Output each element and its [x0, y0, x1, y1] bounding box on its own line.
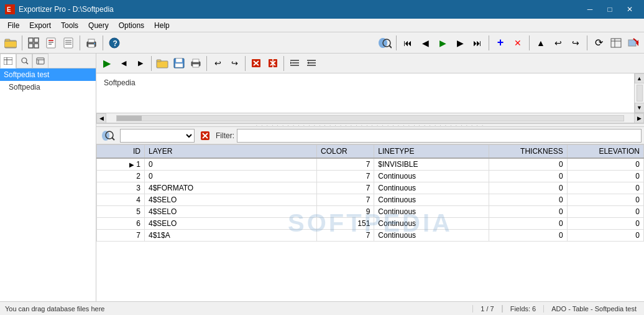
- search-db-button[interactable]: [377, 35, 393, 51]
- tab-views[interactable]: [32, 54, 48, 68]
- scroll-thumb-x: [117, 116, 142, 121]
- toolbar-main: ? ⏮ ◀ ▶ ▶ ⏭ + ✕ ▲ ↩ ↪ ⟳: [0, 32, 644, 54]
- filter-bar: Filter:: [96, 127, 644, 144]
- filter-search-button[interactable]: [99, 128, 117, 144]
- cell-color: 151: [317, 218, 374, 230]
- script-button[interactable]: [43, 35, 59, 51]
- table-row[interactable]: 207Continuous00: [97, 171, 644, 182]
- scroll-track-x: [116, 115, 624, 121]
- filter-clear-button[interactable]: [197, 128, 213, 144]
- outdent-button[interactable]: [303, 55, 320, 72]
- col-header-linetype[interactable]: LINETYPE: [374, 145, 489, 159]
- scroll-up-arrow[interactable]: ▲: [635, 73, 645, 83]
- scroll-left-arrow[interactable]: ◀: [96, 113, 106, 123]
- refresh-button[interactable]: ⟳: [591, 35, 607, 51]
- table-row[interactable]: 64$SELO151Continuous00: [97, 218, 644, 230]
- col-header-thickness[interactable]: THICKNESS: [489, 145, 568, 159]
- tab-tables[interactable]: [0, 54, 16, 68]
- svg-rect-46: [193, 59, 199, 62]
- menu-help[interactable]: Help: [149, 20, 175, 31]
- svg-rect-7: [29, 44, 33, 48]
- panel-tabs: [0, 54, 96, 68]
- scroll-right-arrow[interactable]: ▶: [634, 113, 644, 123]
- table-row[interactable]: 74$1$A7Continuous00: [97, 230, 644, 242]
- memo-scrollbar-y[interactable]: ▲ ▼: [634, 73, 644, 113]
- delete-record-button[interactable]: ✕: [510, 35, 526, 51]
- svg-point-20: [94, 43, 95, 44]
- cell-elevation: 0: [567, 182, 643, 194]
- nav-prev-button[interactable]: ◀: [417, 35, 433, 51]
- cell-layer: 0: [144, 158, 316, 171]
- sep4: [396, 35, 397, 50]
- nav-play-button[interactable]: ▶: [435, 35, 451, 51]
- svg-rect-18: [88, 39, 94, 42]
- cell-linetype: Continuous: [374, 194, 489, 206]
- table-row[interactable]: 34$FORMATO7Continuous00: [97, 182, 644, 194]
- memo-scrollbar-x[interactable]: ◀ ▶: [96, 113, 644, 123]
- fwd-nav-button[interactable]: ▶: [132, 55, 149, 72]
- nav-next-button[interactable]: ▶: [452, 35, 468, 51]
- cell-thickness: 0: [489, 182, 568, 194]
- grid-button[interactable]: [25, 35, 42, 51]
- minimize-button[interactable]: ─: [581, 1, 599, 18]
- filter-input[interactable]: [237, 129, 642, 143]
- open-button[interactable]: [2, 35, 19, 51]
- cell-linetype: Continuous: [374, 206, 489, 218]
- tree-item-normal[interactable]: Softpedia: [0, 81, 96, 93]
- cell-elevation: 0: [567, 158, 643, 171]
- cell-elevation: 0: [567, 230, 643, 242]
- open-file-button[interactable]: [154, 55, 170, 72]
- print-button[interactable]: [83, 35, 99, 51]
- menu-file[interactable]: File: [2, 20, 24, 31]
- filter-field-select[interactable]: [120, 129, 195, 143]
- svg-rect-43: [176, 59, 182, 62]
- right-panel: ▶ ◀ ▶: [96, 54, 644, 301]
- svg-rect-40: [157, 61, 168, 68]
- maximize-button[interactable]: □: [600, 1, 619, 18]
- cell-color: 7: [317, 158, 374, 171]
- report-button[interactable]: [60, 35, 76, 51]
- back-nav-button[interactable]: ◀: [116, 55, 132, 72]
- table-view-button[interactable]: [608, 35, 624, 51]
- nav-last-button[interactable]: ⏭: [469, 35, 485, 51]
- scroll-down-arrow[interactable]: ▼: [635, 103, 645, 113]
- up-button[interactable]: ▲: [533, 35, 549, 51]
- run-query-button[interactable]: ▶: [99, 55, 115, 72]
- add-record-button[interactable]: +: [492, 35, 508, 51]
- redo-button[interactable]: ↪: [568, 35, 584, 51]
- table-row[interactable]: 44$SELO7Continuous00: [97, 194, 644, 206]
- undo-nav-button[interactable]: ↩: [209, 55, 226, 72]
- cell-layer: 4$SELO: [144, 194, 316, 206]
- save-button[interactable]: [171, 55, 187, 72]
- menu-options[interactable]: Options: [114, 20, 149, 31]
- cell-color: 7: [317, 230, 374, 242]
- table-row[interactable]: ▶ 107$INVISIBLE00: [97, 158, 644, 171]
- help-button[interactable]: ?: [106, 35, 122, 51]
- svg-rect-44: [175, 63, 183, 67]
- menu-export[interactable]: Export: [24, 20, 56, 31]
- indent-button[interactable]: [287, 55, 303, 72]
- clear-button1[interactable]: [248, 55, 264, 72]
- col-header-layer[interactable]: LAYER: [144, 145, 316, 159]
- col-header-color[interactable]: COLOR: [317, 145, 374, 159]
- svg-marker-62: [307, 62, 309, 64]
- menu-tools[interactable]: Tools: [56, 20, 83, 31]
- cell-thickness: 0: [489, 158, 568, 171]
- export-button[interactable]: [625, 35, 642, 51]
- sep3: [103, 35, 103, 50]
- undo-button[interactable]: ↩: [550, 35, 566, 51]
- col-header-id[interactable]: ID: [97, 145, 145, 159]
- nav-first-button[interactable]: ⏮: [400, 35, 416, 51]
- status-fields: Fields: 6: [502, 305, 545, 313]
- table-row[interactable]: 54$SELO9Continuous00: [97, 206, 644, 218]
- col-header-elevation[interactable]: ELEVATION: [567, 145, 643, 159]
- print-nav-button[interactable]: [188, 55, 204, 72]
- clear-button2[interactable]: [265, 55, 281, 72]
- tree-item-selected[interactable]: Softpedia test: [0, 68, 96, 81]
- menu-query[interactable]: Query: [83, 20, 114, 31]
- redo-nav-button[interactable]: ↪: [226, 55, 242, 72]
- close-button[interactable]: ✕: [620, 1, 639, 18]
- left-panel: Softpedia test Softpedia: [0, 54, 96, 301]
- cell-color: 7: [317, 171, 374, 182]
- tab-queries[interactable]: [16, 54, 32, 68]
